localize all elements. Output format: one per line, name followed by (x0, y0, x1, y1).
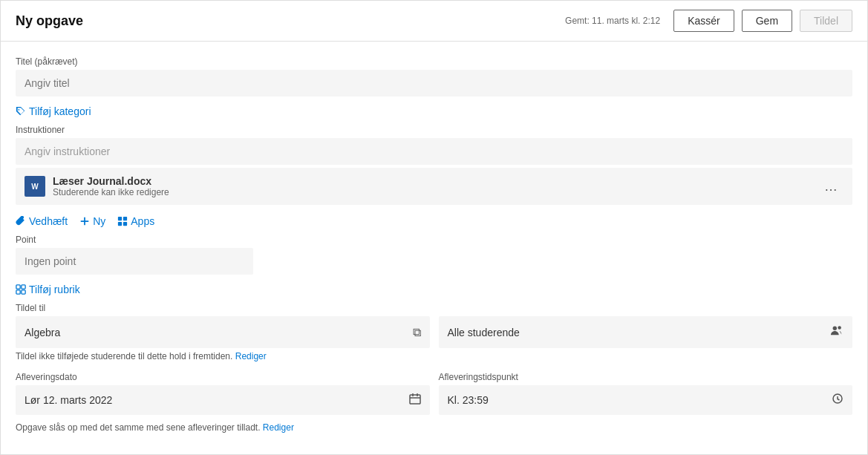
instructions-input[interactable]: Angiv instruktioner (16, 138, 852, 165)
add-rubric-button[interactable]: Tilføj rubrik (16, 284, 852, 295)
attachment-subtitle: Studerende kan ikke redigere (53, 187, 169, 197)
assign-section: Tildel til Algebra ⧉ Alle studerende (16, 303, 852, 361)
header-actions: Gemt: 11. marts kl. 2:12 Kassér Gem Tild… (565, 10, 852, 32)
svg-point-9 (838, 326, 841, 330)
delivery-date-value: Lør 12. marts 2022 (25, 394, 112, 406)
delivery-time-label: Afleveringstidspunkt (439, 372, 853, 382)
delivery-date-input[interactable]: Lør 12. marts 2022 (16, 385, 430, 415)
points-input[interactable] (16, 248, 253, 275)
save-button[interactable]: Gem (742, 10, 792, 32)
new-label: Ny (93, 215, 105, 227)
plus-icon (79, 216, 90, 226)
form-content: Titel (påkrævet) Tilføj kategori Instruk… (1, 42, 867, 448)
instructions-section: Instruktioner Angiv instruktioner W Læse… (16, 125, 852, 205)
discard-button[interactable]: Kassér (673, 10, 734, 32)
attach-button[interactable]: Vedhæft (16, 215, 68, 227)
apps-button[interactable]: Apps (117, 215, 154, 227)
add-category-button[interactable]: Tilføj kategori (16, 105, 852, 117)
paperclip-icon (16, 216, 26, 226)
svg-rect-0 (118, 217, 122, 220)
assign-edit-link[interactable]: Rediger (235, 351, 267, 361)
word-icon: W (25, 176, 45, 197)
people-icon (830, 324, 843, 341)
points-label: Point (16, 235, 852, 245)
svg-rect-4 (16, 285, 20, 289)
header: Ny opgave Gemt: 11. marts kl. 2:12 Kassé… (1, 1, 867, 42)
students-value: Alle studerende (448, 327, 520, 338)
add-category-label: Tilføj kategori (29, 105, 91, 117)
copy-icon: ⧉ (413, 326, 421, 339)
attachment-name: Læser Journal.docx (53, 175, 169, 187)
add-rubric-label: Tilføj rubrik (29, 284, 80, 295)
points-section: Point (16, 235, 852, 275)
title-label: Titel (påkrævet) (16, 56, 852, 67)
apps-label: Apps (131, 215, 154, 227)
clock-icon (832, 393, 843, 407)
svg-rect-10 (410, 395, 420, 404)
rubric-icon (16, 284, 26, 295)
delivery-section: Afleveringsdato Lør 12. marts 2022 Aflev… (16, 372, 852, 415)
svg-rect-7 (22, 290, 25, 294)
svg-rect-2 (118, 222, 122, 226)
svg-rect-1 (123, 217, 127, 220)
instructions-label: Instruktioner (16, 125, 852, 135)
attach-label: Vedhæft (29, 215, 68, 227)
assign-button: Tildel (800, 10, 852, 32)
attachment-item: W Læser Journal.docx Studerende kan ikke… (16, 168, 852, 205)
svg-point-8 (833, 327, 837, 330)
delivery-time-value: Kl. 23:59 (448, 394, 489, 406)
class-value: Algebra (25, 327, 60, 338)
delivery-edit-link[interactable]: Rediger (263, 422, 294, 433)
title-section: Titel (påkrævet) (16, 56, 852, 96)
svg-rect-3 (123, 222, 127, 226)
tag-icon (16, 106, 26, 117)
toolbar: Vedhæft Ny Apps (16, 215, 852, 227)
page-title: Ny opgave (16, 13, 83, 29)
students-selector[interactable]: Alle studerende (439, 316, 853, 348)
svg-rect-6 (16, 290, 20, 294)
title-input[interactable] (16, 70, 852, 96)
apps-icon (117, 216, 128, 226)
assign-row: Algebra ⧉ Alle studerende (16, 316, 852, 348)
new-button[interactable]: Ny (79, 215, 105, 227)
assign-to-label: Tildel til (16, 303, 852, 313)
delivery-time-field: Afleveringstidspunkt Kl. 23:59 (439, 372, 853, 415)
svg-rect-5 (22, 285, 25, 289)
delivery-date-field: Afleveringsdato Lør 12. marts 2022 (16, 372, 430, 415)
delivery-time-input[interactable]: Kl. 23:59 (439, 385, 853, 415)
attachment-menu-button[interactable]: … (818, 176, 843, 197)
delivery-date-label: Afleveringsdato (16, 372, 430, 382)
calendar-icon (409, 393, 421, 407)
assign-note: Tildel ikke tilføjede studerende til det… (16, 351, 852, 361)
instructions-placeholder: Angiv instruktioner (25, 145, 110, 157)
class-selector[interactable]: Algebra ⧉ (16, 316, 430, 348)
delivery-note: Opgave slås op med det samme med sene af… (16, 422, 852, 433)
saved-timestamp: Gemt: 11. marts kl. 2:12 (565, 16, 660, 26)
